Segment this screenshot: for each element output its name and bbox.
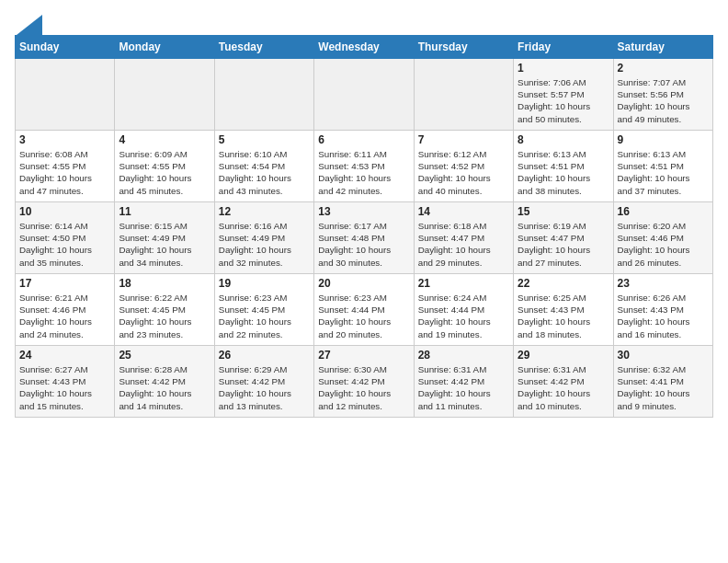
day-number: 11 <box>119 205 210 218</box>
header-row: SundayMondayTuesdayWednesdayThursdayFrid… <box>16 36 713 59</box>
day-info: Sunrise: 7:07 AM Sunset: 5:56 PM Dayligh… <box>618 76 709 125</box>
day-number: 15 <box>518 205 609 218</box>
calendar-body: 1Sunrise: 7:06 AM Sunset: 5:57 PM Daylig… <box>16 59 713 418</box>
svg-marker-0 <box>17 15 42 35</box>
day-info: Sunrise: 6:31 AM Sunset: 4:42 PM Dayligh… <box>418 363 509 412</box>
day-number: 20 <box>318 277 409 290</box>
day-info: Sunrise: 6:08 AM Sunset: 4:55 PM Dayligh… <box>19 148 110 197</box>
day-number: 21 <box>418 277 509 290</box>
calendar-cell: 7Sunrise: 6:12 AM Sunset: 4:52 PM Daylig… <box>414 131 513 202</box>
day-number: 1 <box>518 62 609 75</box>
calendar-cell: 1Sunrise: 7:06 AM Sunset: 5:57 PM Daylig… <box>514 59 613 131</box>
day-info: Sunrise: 6:12 AM Sunset: 4:52 PM Dayligh… <box>418 148 509 197</box>
day-number: 12 <box>219 205 310 218</box>
calendar-header: SundayMondayTuesdayWednesdayThursdayFrid… <box>16 36 713 59</box>
day-info: Sunrise: 6:15 AM Sunset: 4:49 PM Dayligh… <box>119 220 210 269</box>
day-number: 30 <box>618 349 709 362</box>
calendar-cell <box>16 59 115 131</box>
day-info: Sunrise: 6:19 AM Sunset: 4:47 PM Dayligh… <box>518 220 609 269</box>
calendar-cell: 8Sunrise: 6:13 AM Sunset: 4:51 PM Daylig… <box>514 131 613 202</box>
calendar-cell: 29Sunrise: 6:31 AM Sunset: 4:42 PM Dayli… <box>514 346 613 418</box>
calendar-cell: 13Sunrise: 6:17 AM Sunset: 4:48 PM Dayli… <box>314 202 414 274</box>
day-header-sunday: Sunday <box>16 36 115 59</box>
calendar-cell <box>115 59 214 131</box>
calendar-cell: 17Sunrise: 6:21 AM Sunset: 4:46 PM Dayli… <box>16 274 115 346</box>
day-info: Sunrise: 6:14 AM Sunset: 4:50 PM Dayligh… <box>19 220 110 269</box>
calendar-cell: 19Sunrise: 6:23 AM Sunset: 4:45 PM Dayli… <box>214 274 313 346</box>
calendar-cell: 5Sunrise: 6:10 AM Sunset: 4:54 PM Daylig… <box>214 131 313 202</box>
calendar-cell: 16Sunrise: 6:20 AM Sunset: 4:46 PM Dayli… <box>613 202 712 274</box>
day-info: Sunrise: 6:23 AM Sunset: 4:44 PM Dayligh… <box>318 292 409 340</box>
day-number: 18 <box>119 277 210 290</box>
week-row-5: 24Sunrise: 6:27 AM Sunset: 4:43 PM Dayli… <box>16 346 713 418</box>
calendar-cell: 20Sunrise: 6:23 AM Sunset: 4:44 PM Dayli… <box>314 274 414 346</box>
day-info: Sunrise: 6:21 AM Sunset: 4:46 PM Dayligh… <box>19 292 110 340</box>
day-number: 22 <box>518 277 609 290</box>
calendar-cell: 26Sunrise: 6:29 AM Sunset: 4:42 PM Dayli… <box>214 346 313 418</box>
day-info: Sunrise: 6:13 AM Sunset: 4:51 PM Dayligh… <box>618 148 709 197</box>
calendar-cell: 22Sunrise: 6:25 AM Sunset: 4:43 PM Dayli… <box>514 274 613 346</box>
day-number: 5 <box>219 133 310 146</box>
day-info: Sunrise: 6:18 AM Sunset: 4:47 PM Dayligh… <box>418 220 509 269</box>
day-info: Sunrise: 6:22 AM Sunset: 4:45 PM Dayligh… <box>119 292 210 340</box>
day-info: Sunrise: 6:27 AM Sunset: 4:43 PM Dayligh… <box>19 363 110 412</box>
week-row-1: 1Sunrise: 7:06 AM Sunset: 5:57 PM Daylig… <box>16 59 713 131</box>
day-header-friday: Friday <box>514 36 613 59</box>
day-info: Sunrise: 6:26 AM Sunset: 4:43 PM Dayligh… <box>618 292 709 340</box>
calendar-cell: 30Sunrise: 6:32 AM Sunset: 4:41 PM Dayli… <box>613 346 712 418</box>
page: SundayMondayTuesdayWednesdayThursdayFrid… <box>0 0 728 425</box>
calendar-cell: 6Sunrise: 6:11 AM Sunset: 4:53 PM Daylig… <box>314 131 414 202</box>
calendar-cell: 4Sunrise: 6:09 AM Sunset: 4:55 PM Daylig… <box>115 131 214 202</box>
day-info: Sunrise: 6:25 AM Sunset: 4:43 PM Dayligh… <box>518 292 609 340</box>
day-number: 7 <box>418 133 509 146</box>
day-info: Sunrise: 6:11 AM Sunset: 4:53 PM Dayligh… <box>318 148 409 197</box>
week-row-4: 17Sunrise: 6:21 AM Sunset: 4:46 PM Dayli… <box>16 274 713 346</box>
logo-icon <box>17 15 42 35</box>
day-number: 2 <box>618 62 709 75</box>
day-header-thursday: Thursday <box>414 36 513 59</box>
calendar-cell: 11Sunrise: 6:15 AM Sunset: 4:49 PM Dayli… <box>115 202 214 274</box>
day-number: 13 <box>318 205 409 218</box>
day-number: 26 <box>219 349 310 362</box>
day-number: 9 <box>618 133 709 146</box>
day-info: Sunrise: 6:10 AM Sunset: 4:54 PM Dayligh… <box>219 148 310 197</box>
day-number: 17 <box>19 277 110 290</box>
calendar-cell <box>314 59 414 131</box>
day-header-wednesday: Wednesday <box>314 36 414 59</box>
day-number: 16 <box>618 205 709 218</box>
calendar-cell: 28Sunrise: 6:31 AM Sunset: 4:42 PM Dayli… <box>414 346 513 418</box>
day-header-saturday: Saturday <box>613 36 712 59</box>
calendar-cell: 14Sunrise: 6:18 AM Sunset: 4:47 PM Dayli… <box>414 202 513 274</box>
day-number: 19 <box>219 277 310 290</box>
header <box>15 11 713 31</box>
calendar-cell: 3Sunrise: 6:08 AM Sunset: 4:55 PM Daylig… <box>16 131 115 202</box>
calendar: SundayMondayTuesdayWednesdayThursdayFrid… <box>15 35 713 418</box>
calendar-cell: 2Sunrise: 7:07 AM Sunset: 5:56 PM Daylig… <box>613 59 712 131</box>
calendar-cell: 15Sunrise: 6:19 AM Sunset: 4:47 PM Dayli… <box>514 202 613 274</box>
day-info: Sunrise: 6:32 AM Sunset: 4:41 PM Dayligh… <box>618 363 709 412</box>
logo <box>15 15 42 31</box>
day-number: 3 <box>19 133 110 146</box>
day-info: Sunrise: 6:20 AM Sunset: 4:46 PM Dayligh… <box>618 220 709 269</box>
day-number: 8 <box>518 133 609 146</box>
day-info: Sunrise: 6:09 AM Sunset: 4:55 PM Dayligh… <box>119 148 210 197</box>
day-number: 23 <box>618 277 709 290</box>
day-number: 6 <box>318 133 409 146</box>
calendar-cell <box>414 59 513 131</box>
day-number: 24 <box>19 349 110 362</box>
day-info: Sunrise: 6:23 AM Sunset: 4:45 PM Dayligh… <box>219 292 310 340</box>
day-info: Sunrise: 6:17 AM Sunset: 4:48 PM Dayligh… <box>318 220 409 269</box>
day-info: Sunrise: 6:16 AM Sunset: 4:49 PM Dayligh… <box>219 220 310 269</box>
day-header-monday: Monday <box>115 36 214 59</box>
calendar-cell: 10Sunrise: 6:14 AM Sunset: 4:50 PM Dayli… <box>16 202 115 274</box>
day-info: Sunrise: 6:29 AM Sunset: 4:42 PM Dayligh… <box>219 363 310 412</box>
calendar-cell: 23Sunrise: 6:26 AM Sunset: 4:43 PM Dayli… <box>613 274 712 346</box>
calendar-cell: 21Sunrise: 6:24 AM Sunset: 4:44 PM Dayli… <box>414 274 513 346</box>
calendar-cell: 24Sunrise: 6:27 AM Sunset: 4:43 PM Dayli… <box>16 346 115 418</box>
day-number: 28 <box>418 349 509 362</box>
week-row-3: 10Sunrise: 6:14 AM Sunset: 4:50 PM Dayli… <box>16 202 713 274</box>
week-row-2: 3Sunrise: 6:08 AM Sunset: 4:55 PM Daylig… <box>16 131 713 202</box>
day-info: Sunrise: 6:31 AM Sunset: 4:42 PM Dayligh… <box>518 363 609 412</box>
day-number: 14 <box>418 205 509 218</box>
day-number: 27 <box>318 349 409 362</box>
